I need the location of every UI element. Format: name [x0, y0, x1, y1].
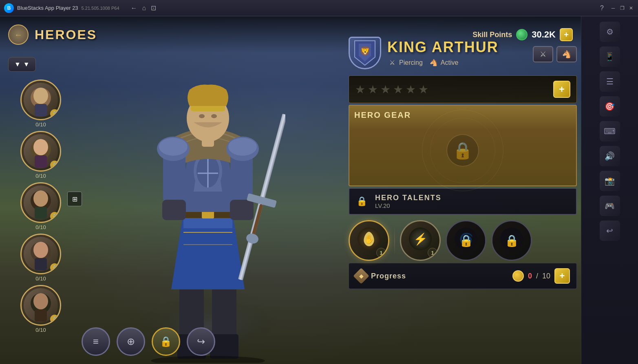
svg-rect-30	[230, 200, 254, 220]
piercing-icon: ⚔	[387, 58, 397, 68]
hero-avatar-2: 🔒	[20, 131, 61, 172]
hero-avatar-5: 🔒	[20, 285, 61, 326]
sidebar-btn-7[interactable]: 📸	[600, 171, 620, 191]
hero-talents-section[interactable]: 🔒 HERO TALENTS LV.20	[349, 188, 577, 215]
hero-progress-4: 0/10	[35, 276, 46, 282]
titlebar-right: ? ─ ❐ ✕	[600, 4, 634, 12]
svg-point-34	[245, 232, 259, 245]
share-button[interactable]: ↪	[187, 327, 215, 356]
skill-3-button[interactable]: 🌀 🔒	[446, 220, 486, 261]
gear-content: 🔒	[354, 124, 571, 177]
star-3: ★	[380, 83, 391, 96]
hero-avatar-1: 🔒	[20, 79, 61, 120]
svg-text:🦁: 🦁	[360, 46, 371, 57]
skill-1-button[interactable]: ✋ 1	[349, 220, 389, 261]
hero-lock-icon: 🔒	[50, 315, 59, 324]
target-button[interactable]: ⊕	[117, 327, 145, 356]
trait-active-label: Active	[441, 59, 459, 66]
progress-section: ◆ Progress 0 / 10 +	[349, 263, 577, 289]
list-item[interactable]: 🔒 0/10	[8, 79, 73, 128]
skill-2-button[interactable]: ⚡ 1	[400, 220, 441, 261]
horse-view-button[interactable]: 🐴	[556, 46, 577, 62]
list-view-button[interactable]: ≡	[82, 327, 110, 356]
skill-1-badge: 1	[376, 248, 386, 258]
svg-point-13	[33, 293, 48, 309]
list-item[interactable]: 🔒 0/10	[8, 234, 73, 282]
sidebar-btn-9[interactable]: ↩	[600, 221, 620, 241]
sidebar-btn-5[interactable]: ⌨	[600, 121, 620, 141]
add-star-button[interactable]: +	[553, 81, 570, 98]
hero-display	[82, 37, 326, 363]
help-icon[interactable]: ?	[600, 4, 604, 12]
back-icon: ←	[14, 30, 22, 40]
view-toggle-button[interactable]: ⊞	[67, 192, 82, 206]
hero-progress-3: 0/10	[35, 224, 46, 230]
skills-row: ✋ 1 ⚡	[349, 218, 577, 263]
svg-point-10	[33, 242, 48, 258]
list-icon: ≡	[93, 336, 99, 347]
hero-lock-icon: 🔒	[50, 109, 59, 118]
talents-info: HERO TALENTS LV.20	[375, 194, 442, 209]
list-item[interactable]: 🔒 0/10	[8, 285, 73, 333]
skill-4-lock: 🔒	[492, 221, 531, 260]
nav-back-btn[interactable]: ←	[131, 4, 137, 12]
right-sidebar: ⚙ 📱 ☰ 🎯 ⌨ 🔊 📸 🎮 ↩	[581, 16, 638, 364]
coin-icon	[512, 270, 524, 282]
list-item[interactable]: 🔒 0/10	[8, 182, 73, 230]
diamond-icon: ◆	[359, 273, 364, 279]
hero-figure	[130, 69, 277, 363]
restore-btn[interactable]: ❐	[619, 5, 625, 11]
gear-decoration-inner	[430, 118, 495, 183]
svg-point-1	[33, 88, 48, 104]
titlebar-nav: ← ⌂ ⊡	[131, 4, 157, 12]
hero-lock-icon: 🔒	[50, 212, 59, 221]
svg-point-45	[159, 138, 188, 156]
sidebar-btn-4[interactable]: 🎯	[600, 96, 620, 117]
progress-plus-button[interactable]: +	[554, 268, 570, 284]
stars-container: ★ ★ ★ ★ ★ ★ +	[349, 75, 577, 103]
hero-lock-icon: 🔒	[50, 161, 59, 170]
star-1: ★	[355, 83, 365, 96]
lock-button[interactable]: 🔒	[152, 327, 180, 356]
sidebar-btn-8[interactable]: 🎮	[600, 196, 620, 216]
svg-rect-11	[35, 258, 47, 270]
sidebar-btn-2[interactable]: 📱	[600, 46, 620, 67]
filter-button[interactable]: ▼ ▼	[8, 57, 36, 72]
close-btn[interactable]: ✕	[628, 5, 634, 11]
minimize-btn[interactable]: ─	[610, 5, 616, 11]
hero-name: KING ARTHUR	[387, 39, 527, 56]
star-2: ★	[368, 83, 378, 96]
filter-icon: ▼	[14, 61, 21, 68]
hero-info-header: 🦁 KING ARTHUR ⚔ Piercing 🐴 Active	[349, 37, 577, 69]
page-title: HEROES	[35, 27, 97, 42]
sidebar-btn-6[interactable]: 🔊	[600, 146, 620, 166]
nav-home-btn[interactable]: ⌂	[142, 4, 146, 12]
list-item[interactable]: 🔒 0/10	[8, 131, 73, 179]
hero-avatar-3: 🔒	[20, 182, 61, 223]
back-button[interactable]: ←	[8, 24, 29, 45]
sidebar-icon-7: 📸	[605, 176, 615, 186]
progress-right: 0 / 10 +	[512, 268, 570, 284]
svg-rect-14	[35, 309, 47, 322]
sidebar-btn-3[interactable]: ☰	[600, 71, 620, 92]
talents-lock-icon: 🔒	[354, 194, 369, 209]
star-5: ★	[406, 83, 416, 96]
sidebar-btn-1[interactable]: ⚙	[600, 22, 620, 42]
right-panel: 🦁 KING ARTHUR ⚔ Piercing 🐴 Active	[349, 37, 577, 289]
nav-bookmark-btn[interactable]: ⊡	[151, 4, 156, 12]
skill-4-button[interactable]: ⚙ 🔒	[491, 220, 532, 261]
app-version: 5.21.505.1008 P64	[82, 6, 119, 11]
trait-piercing-label: Piercing	[399, 59, 423, 66]
sword-view-button[interactable]: ⚔	[533, 46, 553, 62]
hero-shield-icon: 🦁	[349, 37, 381, 69]
svg-text:✋: ✋	[364, 234, 374, 244]
talents-level: LV.20	[375, 202, 442, 209]
share-icon: ↪	[197, 336, 205, 347]
skill-divider	[394, 226, 395, 255]
sword-icon: ⚔	[540, 50, 546, 59]
svg-point-38	[211, 114, 217, 118]
game-area: ← HEROES Skill Points 30.2K + ▼ ▼	[0, 16, 581, 364]
hero-progress-5: 0/10	[35, 327, 46, 333]
app-name: BlueStacks App Player 23	[17, 5, 78, 11]
progress-separator: /	[536, 272, 538, 280]
